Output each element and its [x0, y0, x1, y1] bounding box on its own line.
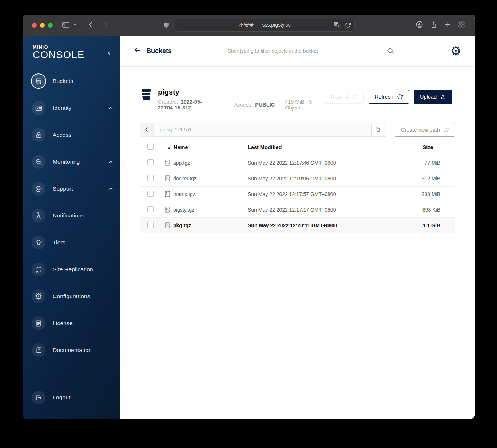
bucket-usage: 415 MiB - 3 Objects: [285, 99, 325, 111]
table-row-pigsty.tgz[interactable]: pigsty.tgz Sun May 22 2022 12:17:17 GMT+…: [140, 202, 455, 217]
traffic-lights: [32, 23, 53, 28]
sidebar-item-tiers[interactable]: Tiers: [23, 236, 120, 249]
new-tab-button[interactable]: [444, 21, 452, 29]
column-header-size[interactable]: Size: [401, 140, 455, 155]
share-icon: [430, 21, 438, 30]
sidebar-toggle-button[interactable]: [61, 20, 70, 30]
object-modified: Sun May 22 2022 12:17:17 GMT+0800: [248, 202, 401, 217]
sidebar-item-access[interactable]: Access: [23, 128, 120, 142]
row-checkbox[interactable]: [147, 206, 154, 212]
object-modified: Sun May 22 2022 12:17:46 GMT+0800: [248, 155, 401, 171]
sidebar-item-identity[interactable]: Identity: [23, 101, 120, 115]
replication-icon: [35, 266, 43, 273]
search-input[interactable]: [228, 48, 384, 54]
sidebar-collapse-button[interactable]: [106, 50, 112, 57]
chevron-left-icon: [106, 52, 112, 57]
access-value: PUBLIC: [255, 102, 275, 108]
row-checkbox[interactable]: [147, 175, 154, 181]
plus-icon: [444, 21, 452, 29]
sidebar-menu-chevron[interactable]: [72, 22, 77, 28]
close-window-button[interactable]: [32, 23, 37, 28]
object-browser: pigsty / v1.5.0 Create new path ://: [134, 117, 461, 415]
share-button[interactable]: [430, 21, 438, 30]
objects-tbody: app.tgz Sun May 22 2022 12:17:46 GMT+080…: [140, 155, 455, 233]
bucket-meta: Created:2022-05-22T04:15:31Z Access:PUBL…: [158, 99, 325, 111]
table-row-docker.tgz[interactable]: docker.tgz Sun May 22 2022 12:19:05 GMT+…: [140, 171, 455, 186]
minimize-window-button[interactable]: [40, 23, 45, 28]
back-to-buckets-link[interactable]: Buckets: [134, 47, 172, 56]
access-icon: [35, 131, 43, 139]
browser-window: 不安全 — sss.pigsty.cc 文 A: [23, 15, 475, 419]
row-checkbox[interactable]: [147, 222, 154, 228]
copy-path-button[interactable]: [371, 124, 384, 136]
breadcrumb-path[interactable]: pigsty / v1.5.0: [160, 127, 191, 132]
sidebar-item-configurations[interactable]: ⚙ Configurations: [23, 289, 120, 303]
back-button[interactable]: [87, 21, 95, 30]
rewind-button[interactable]: Rewind: [325, 90, 364, 104]
main-panel: Buckets ⚙: [120, 36, 475, 419]
object-modified: Sun May 22 2022 12:20:11 GMT+0800: [248, 217, 401, 233]
minio-console-logo: MINIO CONSOLE: [23, 44, 120, 61]
select-all-checkbox[interactable]: [147, 144, 154, 150]
create-new-path-button[interactable]: Create new path ://: [395, 123, 455, 137]
downloads-button[interactable]: [415, 20, 424, 30]
table-row-matrix.tgz[interactable]: matrix.tgz Sun May 22 2022 12:17:57 GMT+…: [140, 186, 455, 202]
gear-icon: ⚙: [35, 292, 43, 301]
row-checkbox[interactable]: [147, 191, 154, 197]
object-name: docker.tgz: [173, 176, 196, 181]
refresh-button[interactable]: Refresh: [369, 90, 409, 104]
sidebar: MINIO CONSOLE Buckets Identity Access Mo…: [23, 36, 120, 419]
bucket-name: pigsty: [158, 88, 325, 96]
sidebar-item-documentation[interactable]: Documentation: [23, 343, 120, 357]
object-name: pigsty.tgz: [173, 207, 194, 213]
console-settings-button[interactable]: ⚙: [450, 45, 461, 57]
zoom-window-button[interactable]: [48, 23, 53, 28]
table-row-pkg.tgz[interactable]: pkg.tgz Sun May 22 2022 12:20:11 GMT+080…: [140, 217, 455, 233]
sidebar-item-site-replication[interactable]: Site Replication: [23, 263, 120, 276]
tab-overview-button[interactable]: [458, 21, 465, 29]
column-header-modified[interactable]: Last Modified: [248, 140, 401, 155]
row-checkbox[interactable]: [147, 159, 154, 165]
reload-icon[interactable]: [345, 22, 351, 28]
column-header-name[interactable]: ▲Name: [163, 140, 248, 155]
created-label: Created:: [158, 99, 178, 105]
path-back-button[interactable]: [140, 123, 154, 137]
privacy-shield-icon[interactable]: [163, 21, 170, 29]
bucket-icon: [140, 89, 151, 102]
sidebar-item-buckets[interactable]: Buckets: [23, 74, 120, 88]
lambda-icon: λ: [36, 212, 41, 220]
bucket-card: pigsty Created:2022-05-22T04:15:31Z Acce…: [134, 80, 461, 415]
sidebar-item-monitoring[interactable]: Monitoring: [23, 155, 120, 169]
bucket-icon: [35, 77, 43, 85]
sidebar-toggle-icon: [61, 20, 70, 30]
search-icon: [387, 47, 394, 55]
bucket-actions: Rewind Refresh: [325, 90, 452, 104]
object-file-icon: [165, 222, 170, 228]
arrow-left-icon: [134, 47, 141, 56]
identity-icon: [35, 104, 43, 112]
table-row-app.tgz[interactable]: app.tgz Sun May 22 2022 12:17:46 GMT+080…: [140, 155, 455, 171]
chevron-right-icon: [102, 21, 110, 30]
sidebar-item-logout[interactable]: Logout: [23, 391, 120, 404]
forward-button[interactable]: [102, 21, 110, 30]
page-topbar: Buckets ⚙: [120, 36, 475, 67]
object-modified: Sun May 22 2022 12:17:57 GMT+0800: [248, 186, 401, 202]
gear-icon: ⚙: [450, 45, 461, 57]
support-icon: [35, 185, 43, 193]
browser-chrome: 不安全 — sss.pigsty.cc 文 A: [23, 15, 475, 36]
upload-button[interactable]: Upload: [414, 90, 452, 104]
sidebar-item-notifications[interactable]: λ Notifications: [23, 209, 120, 223]
refresh-icon: [397, 94, 403, 100]
documentation-icon: [35, 347, 43, 354]
object-size: 1.1 GiB: [401, 217, 455, 233]
sidebar-item-support[interactable]: Support: [23, 182, 120, 196]
svg-text:A: A: [338, 24, 340, 28]
object-file-icon: [165, 191, 170, 197]
sidebar-nav: Buckets Identity Access Monitoring Suppo…: [23, 74, 120, 417]
sidebar-item-license[interactable]: License: [23, 316, 120, 330]
object-filter-search: [223, 44, 399, 58]
translate-icon[interactable]: 文 A: [333, 22, 341, 28]
access-label: Access:: [234, 102, 253, 108]
url-field[interactable]: 不安全 — sss.pigsty.cc 文 A: [175, 19, 355, 32]
object-size: 512 MiB: [401, 171, 455, 186]
